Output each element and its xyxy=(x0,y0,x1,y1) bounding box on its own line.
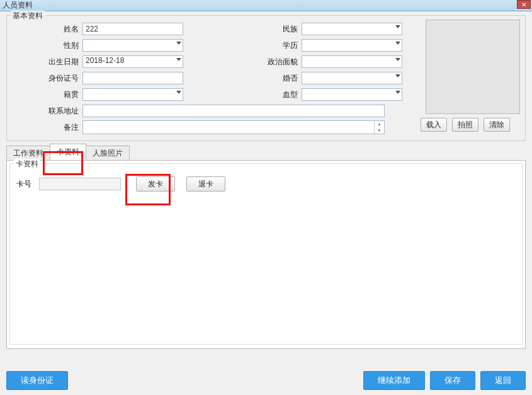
label-address: 联系地址 xyxy=(37,106,82,117)
tab-panel: 卡资料 卡号 发卡 退卡 xyxy=(6,160,526,349)
basic-legend: 基本资料 xyxy=(11,11,45,21)
native-select[interactable] xyxy=(82,88,183,101)
clear-photo-button[interactable]: 清除 xyxy=(484,118,510,132)
birth-date-select[interactable]: 2018-12-18 xyxy=(82,55,183,68)
idno-field[interactable] xyxy=(82,72,183,84)
name-field[interactable] xyxy=(82,23,183,35)
chevron-down-icon xyxy=(395,91,400,94)
label-idno: 身份证号 xyxy=(37,73,82,84)
window-titlebar: 人员资料 ✕ xyxy=(0,0,532,11)
ethnic-select[interactable] xyxy=(302,23,402,35)
stepper-icon[interactable]: ▲▼ xyxy=(374,121,384,134)
chevron-down-icon xyxy=(395,74,400,77)
label-name: 姓名 xyxy=(37,24,82,35)
label-cardno: 卡号 xyxy=(16,179,35,190)
address-field[interactable] xyxy=(82,105,385,117)
cardno-field[interactable] xyxy=(39,178,121,190)
politics-select[interactable] xyxy=(302,55,402,68)
save-button[interactable]: 保存 xyxy=(430,371,475,390)
window-title: 人员资料 xyxy=(3,1,33,9)
label-blood: 血型 xyxy=(246,89,302,100)
read-id-button[interactable]: 读身份证 xyxy=(6,371,68,390)
chevron-down-icon xyxy=(176,42,181,45)
back-button[interactable]: 返回 xyxy=(480,371,526,390)
continue-add-button[interactable]: 继续添加 xyxy=(363,371,425,390)
card-legend: 卡资料 xyxy=(14,159,40,169)
chevron-down-icon xyxy=(176,91,181,94)
basic-info-group: 基本资料 姓名 性别 出生日期 2018-12-18 身份证号 xyxy=(6,15,526,141)
card-group: 卡资料 卡号 发卡 退卡 xyxy=(9,163,523,345)
photo-preview xyxy=(426,20,520,114)
chevron-down-icon xyxy=(395,58,400,61)
education-select[interactable] xyxy=(302,39,402,52)
load-photo-button[interactable]: 载入 xyxy=(421,118,447,132)
issue-card-button[interactable]: 发卡 xyxy=(136,176,175,192)
chevron-down-icon xyxy=(176,58,181,61)
tab-face[interactable]: 人脸照片 xyxy=(86,146,130,161)
shoot-photo-button[interactable]: 拍照 xyxy=(452,118,478,132)
blood-select[interactable] xyxy=(302,88,402,101)
label-native: 籍贯 xyxy=(37,89,82,100)
gender-select[interactable] xyxy=(82,39,183,52)
label-remark: 备注 xyxy=(37,122,82,133)
remark-field[interactable]: ▲▼ xyxy=(82,120,385,134)
withdraw-card-button[interactable]: 退卡 xyxy=(186,176,225,192)
label-education: 学历 xyxy=(246,40,302,51)
close-icon[interactable]: ✕ xyxy=(517,0,531,9)
detail-tabs: 工作资料 卡资料 人脸照片 卡资料 卡号 发卡 退卡 xyxy=(6,145,526,349)
label-marriage: 婚否 xyxy=(246,73,302,84)
marriage-select[interactable] xyxy=(302,72,402,84)
chevron-down-icon xyxy=(395,42,400,45)
label-gender: 性别 xyxy=(37,40,82,51)
label-ethnic: 民族 xyxy=(246,24,302,35)
footer-bar: 读身份证 继续添加 保存 返回 xyxy=(6,371,526,390)
label-politics: 政治面貌 xyxy=(246,57,302,67)
label-birth: 出生日期 xyxy=(37,57,82,67)
chevron-down-icon xyxy=(395,25,400,28)
tab-card[interactable]: 卡资料 xyxy=(50,144,86,160)
